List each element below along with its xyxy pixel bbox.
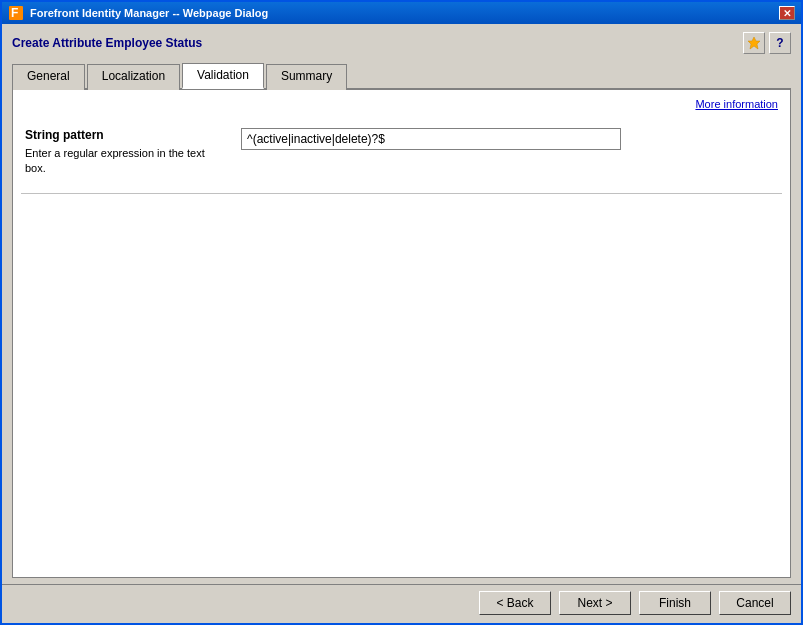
content-area: Create Attribute Employee Status ? Gener… xyxy=(2,24,801,584)
title-bar-controls: ✕ xyxy=(779,6,795,20)
validation-panel: More information String pattern Enter a … xyxy=(12,90,791,578)
bottom-bar: < Back Next > Finish Cancel xyxy=(2,584,801,623)
help-icon: ? xyxy=(776,36,783,50)
back-button[interactable]: < Back xyxy=(479,591,551,615)
pin-icon-button[interactable] xyxy=(743,32,765,54)
app-icon: F xyxy=(8,5,24,21)
page-title-icons: ? xyxy=(743,32,791,54)
page-title: Create Attribute Employee Status xyxy=(12,36,202,50)
tab-general[interactable]: General xyxy=(12,64,85,90)
main-window: F Forefront Identity Manager -- Webpage … xyxy=(0,0,803,625)
cancel-button[interactable]: Cancel xyxy=(719,591,791,615)
next-button[interactable]: Next > xyxy=(559,591,631,615)
string-pattern-input[interactable] xyxy=(241,128,621,150)
finish-button[interactable]: Finish xyxy=(639,591,711,615)
svg-marker-2 xyxy=(748,37,760,49)
tab-summary[interactable]: Summary xyxy=(266,64,347,90)
form-section: String pattern Enter a regular expressio… xyxy=(21,120,782,185)
tab-localization[interactable]: Localization xyxy=(87,64,180,90)
tab-validation[interactable]: Validation xyxy=(182,63,264,89)
string-pattern-description: Enter a regular expression in the text b… xyxy=(25,146,225,177)
pin-icon xyxy=(747,36,761,50)
page-title-bar: Create Attribute Employee Status ? xyxy=(12,32,791,54)
title-bar: F Forefront Identity Manager -- Webpage … xyxy=(2,2,801,24)
form-input-col xyxy=(241,128,778,177)
more-information-link[interactable]: More information xyxy=(21,98,782,110)
form-separator xyxy=(21,193,782,194)
title-bar-left: F Forefront Identity Manager -- Webpage … xyxy=(8,5,268,21)
window-title: Forefront Identity Manager -- Webpage Di… xyxy=(30,7,268,19)
panel-spacer xyxy=(21,202,782,569)
close-button[interactable]: ✕ xyxy=(779,6,795,20)
help-icon-button[interactable]: ? xyxy=(769,32,791,54)
tabs-container: General Localization Validation Summary xyxy=(12,62,791,90)
svg-text:F: F xyxy=(11,6,18,20)
string-pattern-label: String pattern xyxy=(25,128,225,142)
form-label-col: String pattern Enter a regular expressio… xyxy=(25,128,225,177)
